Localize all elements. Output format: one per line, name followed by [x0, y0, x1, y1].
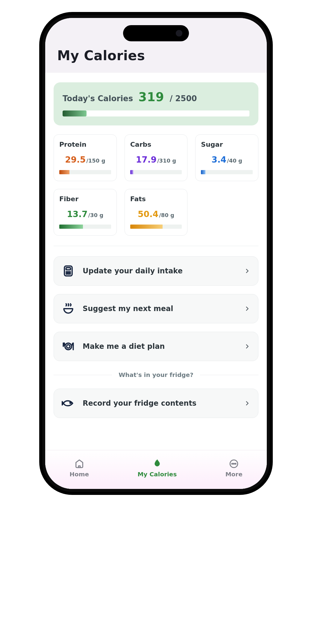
action-soup[interactable]: Suggest my next meal: [54, 294, 258, 323]
soup-icon: [62, 302, 75, 315]
macro-label: Fats: [130, 195, 182, 203]
svg-point-3: [68, 272, 69, 272]
macro-progress-track: [59, 170, 111, 174]
macro-card-protein: Protein29.5/150 g: [54, 134, 117, 181]
today-value: 319: [138, 90, 164, 104]
action-calculator[interactable]: Update your daily intake: [54, 256, 258, 286]
flame-icon: [152, 459, 162, 469]
more-icon: [229, 459, 239, 469]
chevron-right-icon: [244, 400, 250, 407]
macro-max: /80 g: [159, 212, 174, 218]
fish-icon: [62, 397, 75, 410]
tab-label: More: [225, 471, 243, 478]
macro-value: 3.4: [211, 155, 226, 165]
svg-point-13: [234, 463, 234, 464]
home-icon: [74, 459, 84, 469]
macro-max: /310 g: [157, 157, 176, 164]
action-label: Suggest my next meal: [83, 304, 236, 313]
today-label: Today's Calories: [63, 94, 133, 103]
tab-more[interactable]: More: [225, 459, 243, 478]
svg-point-7: [69, 273, 70, 274]
svg-point-10: [70, 402, 71, 403]
macro-value: 29.5: [65, 155, 86, 165]
tab-label: My Calories: [137, 471, 177, 478]
svg-point-8: [65, 343, 72, 350]
macro-label: Fiber: [59, 195, 111, 203]
svg-point-2: [66, 272, 67, 272]
tab-label: Home: [69, 471, 89, 478]
svg-point-4: [69, 272, 70, 272]
macro-value: 17.9: [136, 155, 157, 165]
macro-max: /40 g: [227, 157, 242, 164]
action-plate[interactable]: Make me a diet plan: [54, 332, 258, 361]
today-sep: /: [170, 94, 173, 103]
svg-point-9: [67, 345, 70, 348]
tab-my-calories[interactable]: My Calories: [137, 459, 177, 478]
macro-progress-fill: [201, 170, 205, 174]
macro-card-fiber: Fiber13.7/30 g: [54, 189, 117, 236]
macro-progress-track: [59, 225, 111, 229]
macro-progress-fill: [130, 170, 133, 174]
action-label: Make me a diet plan: [83, 342, 236, 351]
macro-value: 13.7: [67, 209, 87, 219]
page-title: My Calories: [57, 48, 255, 63]
action-label: Update your daily intake: [83, 267, 236, 275]
chevron-right-icon: [244, 305, 250, 312]
chevron-right-icon: [244, 343, 250, 350]
macro-progress-track: [130, 170, 182, 174]
macro-progress-fill: [130, 225, 163, 229]
calculator-icon: [62, 264, 75, 278]
macro-max: /30 g: [88, 212, 103, 218]
today-calories-card: Today's Calories 319 / 2500: [54, 82, 258, 125]
macro-progress-fill: [59, 170, 69, 174]
macro-max: /150 g: [86, 157, 105, 164]
macro-progress-track: [201, 170, 253, 174]
svg-point-5: [66, 273, 67, 274]
action-record-fridge[interactable]: Record your fridge contents: [54, 389, 258, 418]
svg-rect-1: [66, 268, 71, 270]
today-max: 2500: [175, 94, 197, 103]
macro-card-carbs: Carbs17.9/310 g: [125, 134, 188, 181]
svg-point-14: [235, 463, 236, 464]
tab-home[interactable]: Home: [69, 459, 89, 478]
action-label: Record your fridge contents: [83, 399, 236, 407]
svg-point-6: [68, 273, 69, 274]
macro-label: Sugar: [201, 141, 253, 148]
macro-progress-fill: [59, 225, 83, 229]
macro-label: Protein: [59, 141, 111, 148]
macro-label: Carbs: [130, 141, 182, 148]
today-progress-track: [63, 110, 249, 116]
macro-card-sugar: Sugar3.4/40 g: [195, 134, 258, 181]
macro-card-fats: Fats50.4/80 g: [125, 189, 188, 236]
macro-progress-track: [130, 225, 182, 229]
tab-bar: HomeMy CaloriesMore: [45, 450, 267, 489]
svg-point-12: [232, 463, 233, 464]
divider: [54, 246, 258, 246]
macro-value: 50.4: [138, 209, 158, 219]
plate-icon: [62, 340, 75, 353]
chevron-right-icon: [244, 268, 250, 274]
today-progress-fill: [63, 110, 87, 116]
fridge-heading: What's in your fridge?: [54, 371, 258, 378]
